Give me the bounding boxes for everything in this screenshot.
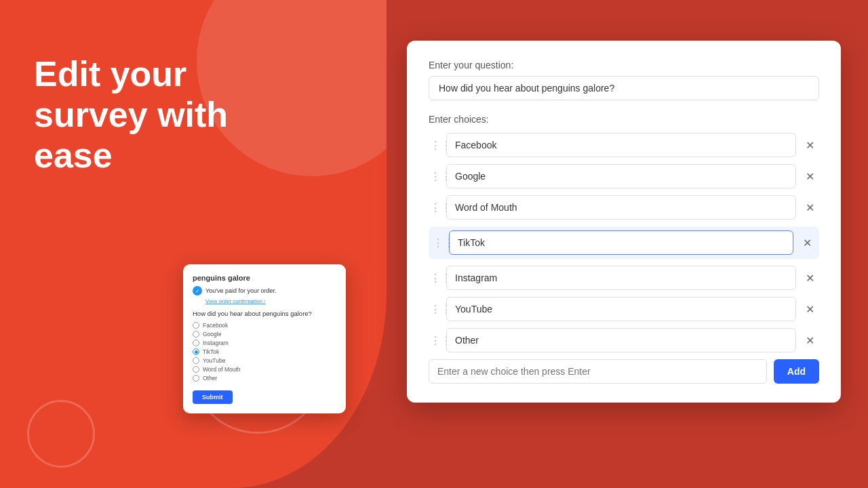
preview-confirm-text: You've paid for your order.	[205, 287, 276, 294]
choice-input-other[interactable]	[446, 328, 796, 352]
decorative-circle-small	[27, 400, 95, 468]
choice-input-google[interactable]	[446, 164, 796, 188]
question-label: Enter your question:	[429, 60, 819, 70]
delete-other-button[interactable]: ✕	[802, 332, 818, 348]
choice-input-tiktok[interactable]	[449, 230, 793, 255]
delete-instagram-button[interactable]: ✕	[802, 270, 818, 286]
choice-input-wordofmouth[interactable]	[446, 195, 796, 220]
preview-option-tiktok: TikTok	[193, 348, 336, 355]
preview-option-google: Google	[193, 331, 336, 338]
preview-option-wordofmouth: Word of Mouth	[193, 366, 336, 373]
preview-option-facebook: Facebook	[193, 322, 336, 329]
drag-handle-google[interactable]: ⋮⋮	[430, 170, 441, 183]
drag-handle-tiktok[interactable]: ⋮⋮	[433, 237, 443, 249]
delete-google-button[interactable]: ✕	[802, 168, 818, 184]
editor-panel: Enter your question: Enter choices: ⋮⋮ ✕…	[407, 41, 841, 403]
preview-question: How did you hear about penguins galore?	[193, 310, 336, 317]
preview-option-youtube: YouTube	[193, 357, 336, 364]
preview-card: penguins galore ✓ You've paid for your o…	[183, 264, 346, 413]
preview-option-other: Other	[193, 375, 336, 382]
add-choice-row: Add	[429, 359, 819, 384]
choice-row-wordofmouth: ⋮⋮ ✕	[429, 195, 819, 220]
drag-handle-wordofmouth[interactable]: ⋮⋮	[430, 201, 441, 214]
choice-row-facebook: ⋮⋮ ✕	[429, 133, 819, 157]
drag-handle-other[interactable]: ⋮⋮	[430, 334, 441, 347]
drag-handle-youtube[interactable]: ⋮⋮	[430, 303, 441, 316]
add-choice-button[interactable]: Add	[774, 359, 819, 384]
choice-row-instagram: ⋮⋮ ✕	[429, 266, 819, 290]
choice-input-youtube[interactable]	[446, 297, 796, 321]
check-icon: ✓	[193, 286, 202, 296]
hero-text: Edit your survey with ease	[34, 54, 228, 176]
preview-shop-name: penguins galore	[193, 274, 336, 282]
new-choice-input[interactable]	[429, 359, 767, 384]
choice-row-tiktok: ⋮⋮ ✕	[429, 226, 819, 259]
question-input[interactable]	[429, 76, 819, 100]
delete-facebook-button[interactable]: ✕	[802, 137, 818, 153]
preview-options-list: Facebook Google Instagram TikTok YouTube…	[193, 322, 336, 382]
choice-input-facebook[interactable]	[446, 133, 796, 157]
choice-row-youtube: ⋮⋮ ✕	[429, 297, 819, 321]
choice-row-google: ⋮⋮ ✕	[429, 164, 819, 188]
preview-confirm-link[interactable]: View order confirmation ›	[205, 298, 336, 304]
choice-row-other: ⋮⋮ ✕	[429, 328, 819, 352]
preview-option-instagram: Instagram	[193, 340, 336, 346]
delete-youtube-button[interactable]: ✕	[802, 301, 818, 317]
drag-handle-facebook[interactable]: ⋮⋮	[430, 139, 441, 152]
preview-submit-button[interactable]: Submit	[193, 390, 233, 404]
delete-tiktok-button[interactable]: ✕	[799, 235, 815, 251]
delete-wordofmouth-button[interactable]: ✕	[802, 199, 818, 216]
choice-input-instagram[interactable]	[446, 266, 796, 290]
preview-confirm-row: ✓ You've paid for your order.	[193, 286, 336, 296]
drag-handle-instagram[interactable]: ⋮⋮	[430, 272, 441, 285]
choices-label: Enter choices:	[429, 114, 819, 125]
